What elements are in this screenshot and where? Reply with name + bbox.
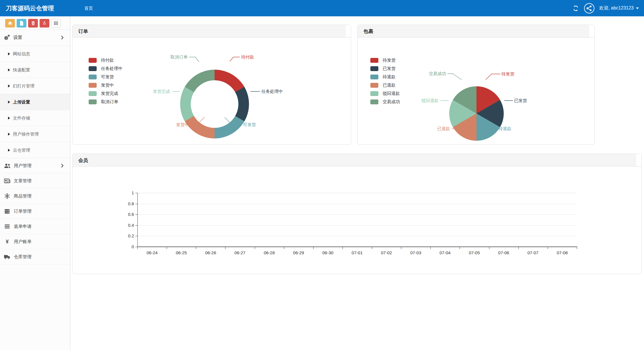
- legend-item[interactable]: 待付款: [89, 58, 122, 63]
- panel-title: 包裹: [363, 28, 373, 34]
- sidebar-subitem[interactable]: 上传设置: [0, 94, 70, 110]
- chevron-right-icon: [61, 35, 64, 40]
- caret-right-icon: [8, 69, 10, 71]
- slice-label: 已退款: [437, 126, 450, 132]
- legend-swatch: [89, 99, 97, 104]
- top-navbar: 刀客源码云仓管理 首页 欢迎, abc123123: [0, 0, 644, 16]
- legend-item[interactable]: 发货中: [89, 83, 122, 88]
- legend-item[interactable]: 发货完成: [89, 91, 122, 96]
- list-view-button[interactable]: [51, 19, 61, 28]
- settings-submenu: 网站信息 快递配置 幻灯片管理 上传设置: [0, 46, 70, 158]
- sidebar-subitem-label: 用户操作管理: [13, 131, 39, 137]
- sidebar-item-label: 设置: [13, 35, 22, 41]
- sidebar-item-users[interactable]: 用户管理: [0, 158, 70, 173]
- sidebar-subitem[interactable]: 快递配置: [0, 62, 70, 78]
- x-tick-label: 07-07: [518, 249, 548, 255]
- caret-right-icon: [8, 85, 10, 87]
- caret-right-icon: [8, 52, 10, 55]
- sidebar-subitem-label: 文件存储: [13, 115, 30, 121]
- trash-button[interactable]: [28, 19, 38, 28]
- legend-swatch: [89, 91, 97, 96]
- users-icon: [3, 163, 11, 169]
- legend-item[interactable]: 已发货: [370, 66, 400, 71]
- legend-label: 待发货: [383, 58, 396, 63]
- legend-item[interactable]: 驳回退款: [370, 91, 400, 96]
- sidebar-subitem-label: 云仓管理: [13, 147, 30, 153]
- caret-right-icon: [8, 133, 10, 136]
- sidebar-item-label: 订单管理: [14, 208, 32, 214]
- sidebar-item-label: 商品管理: [14, 193, 32, 199]
- x-tick-label: 06-24: [137, 249, 167, 255]
- chevron-right-icon: [61, 163, 64, 168]
- welcome-text: 欢迎, abc123123: [599, 5, 634, 11]
- slice-label: 待发货: [501, 71, 514, 77]
- legend-swatch: [370, 99, 378, 104]
- list-icon: [53, 21, 59, 26]
- sidebar-subitem[interactable]: 文件存储: [0, 110, 70, 126]
- home-icon: [7, 20, 13, 26]
- slice-label: 任务处理中: [261, 89, 283, 94]
- sidebar-subitem[interactable]: 云仓管理: [0, 142, 70, 158]
- cogs-icon: [3, 34, 10, 41]
- orders-chart[interactable]: 待付款 任务处理中 可发货 发货中: [73, 38, 351, 144]
- legend-item[interactable]: 已退款: [370, 83, 400, 88]
- x-tick-label: 06-29: [284, 249, 313, 255]
- truck-icon: [3, 254, 11, 260]
- legend-item[interactable]: 任务处理中: [89, 66, 122, 71]
- x-tick-label: 06-28: [255, 249, 284, 255]
- avatar-share-icon[interactable]: [584, 3, 595, 14]
- y-axis-labels: 10.80.60.40.20: [110, 190, 134, 250]
- caret-right-icon: [8, 101, 10, 103]
- sidebar-subitem-label: 网站信息: [13, 51, 30, 56]
- legend-item[interactable]: 交易成功: [370, 99, 400, 104]
- sidebar-subitem[interactable]: 网站信息: [0, 46, 70, 62]
- x-tick-label: 07-08: [548, 249, 577, 255]
- packages-legend: 待发货 已发货 待退款 已退款: [370, 58, 400, 108]
- legend-item[interactable]: 可发货: [89, 75, 122, 79]
- legend-label: 待退款: [383, 74, 396, 80]
- sidebar-item-warehouse[interactable]: 仓库管理: [0, 249, 70, 265]
- sidebar-item-products[interactable]: 商品管理: [0, 189, 70, 204]
- packages-panel: 包裹 待发货 已发货 待退款: [357, 25, 595, 144]
- packages-pie-chart[interactable]: [449, 86, 504, 141]
- slice-label: 可发货: [243, 122, 256, 128]
- sidebar-item-bills[interactable]: ¥ 用户账单: [0, 234, 70, 249]
- refresh-icon[interactable]: [572, 5, 579, 12]
- sidebar-item-label: 用户管理: [14, 163, 32, 169]
- x-tick-label: 06-25: [167, 249, 196, 255]
- slice-label: 已发货: [514, 98, 527, 103]
- legend-item[interactable]: 待退款: [370, 75, 400, 79]
- recycle-button[interactable]: [40, 19, 49, 28]
- legend-swatch: [89, 58, 97, 63]
- sidebar-subitem[interactable]: 用户操作管理: [0, 126, 70, 142]
- sidebar-subitem[interactable]: 幻灯片管理: [0, 78, 70, 94]
- x-tick-label: 07-05: [460, 249, 489, 255]
- sidebar-item-orders[interactable]: 订单管理: [0, 204, 70, 219]
- legend-item[interactable]: 取消订单: [89, 99, 122, 104]
- x-tick-label: 07-02: [372, 249, 401, 255]
- members-chart[interactable]: 10.80.60.40.20 06-2406-2506-2606-2706-28…: [73, 167, 641, 274]
- admin-dashboard: 刀客源码云仓管理 首页 欢迎, abc123123: [0, 0, 644, 350]
- legend-label: 可发货: [101, 74, 114, 80]
- caret-down-icon: [636, 7, 639, 9]
- sidebar-item-label: 底单申请: [14, 224, 32, 230]
- sidebar-item-base-orders[interactable]: 底单申请: [0, 219, 70, 234]
- sidebar: 设置 网站信息 快递配置 幻灯片管理: [0, 16, 70, 350]
- legend-swatch: [370, 75, 378, 79]
- user-menu[interactable]: 欢迎, abc123123: [599, 5, 639, 11]
- nav-link-home[interactable]: 首页: [80, 0, 97, 16]
- brand-title[interactable]: 刀客源码云仓管理: [6, 0, 54, 16]
- legend-swatch: [89, 66, 97, 71]
- sidebar-item-articles[interactable]: 文章管理: [0, 173, 70, 189]
- sidebar-item-label: 文章管理: [14, 178, 32, 184]
- recycle-icon: [42, 20, 47, 26]
- legend-item[interactable]: 待发货: [370, 58, 400, 63]
- file-button[interactable]: [17, 19, 26, 28]
- home-button[interactable]: [5, 19, 15, 28]
- members-panel: 会员 10.80.60.40.20 06-2406-2506-2606-2706…: [72, 154, 642, 274]
- packages-chart[interactable]: 待发货 已发货 待退款 已退款: [358, 38, 594, 144]
- sidebar-item-settings[interactable]: 设置: [0, 30, 70, 46]
- donut-hole: [191, 80, 238, 128]
- server-icon: [3, 208, 11, 214]
- legend-swatch: [370, 66, 378, 71]
